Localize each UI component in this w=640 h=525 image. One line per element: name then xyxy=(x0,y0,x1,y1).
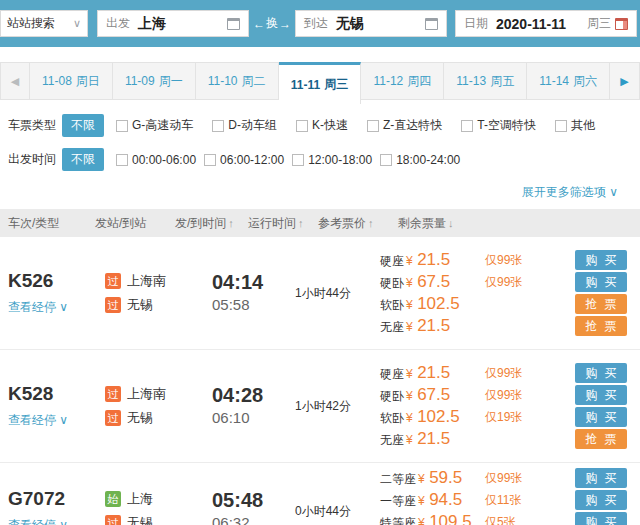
seat-row: 一等座¥ 94.5 仅11张 购买 xyxy=(380,489,640,511)
times-cell: 04:14 05:58 xyxy=(200,270,295,316)
buy-button[interactable]: 购买 xyxy=(575,468,627,488)
grab-ticket-button[interactable]: 抢票 xyxy=(575,429,627,449)
tab-day: 周三 xyxy=(324,76,348,93)
tab-date-11-10[interactable]: 11-10 周二 xyxy=(196,62,279,100)
depart-time-all-button[interactable]: 不限 xyxy=(62,148,104,171)
seat-row: 硬座¥ 21.5 仅99张 购买 xyxy=(380,362,640,384)
checkbox-icon[interactable] xyxy=(116,154,128,166)
grab-ticket-button[interactable]: 抢票 xyxy=(575,294,627,314)
depart-station-input[interactable]: 出发 上海 xyxy=(97,10,249,37)
search-mode-select[interactable]: 站站搜索 ∨ xyxy=(0,10,88,37)
yen-symbol: ¥ xyxy=(406,298,413,312)
filter-option-t-train[interactable]: T-空调特快 xyxy=(461,117,536,134)
swap-stations-button[interactable]: ← 换 → xyxy=(249,15,295,32)
filter-option-label: T-空调特快 xyxy=(477,117,536,134)
start-badge: 始 xyxy=(105,491,121,507)
checkbox-icon[interactable] xyxy=(380,154,392,166)
buy-button[interactable]: 购买 xyxy=(575,407,627,427)
checkbox-icon[interactable] xyxy=(296,120,308,132)
filter-option-label: Z-直达特快 xyxy=(383,117,442,134)
weekday-label: 周三 xyxy=(587,15,611,32)
pass-badge: 过 xyxy=(105,386,121,402)
tab-date-11-11-selected[interactable]: 11-11 周三 xyxy=(279,62,362,104)
buy-button[interactable]: 购买 xyxy=(575,385,627,405)
depart-time: 04:14 xyxy=(212,270,295,294)
pass-badge: 过 xyxy=(105,515,121,525)
yen-symbol: ¥ xyxy=(406,367,413,381)
view-stops-link[interactable]: 查看经停 ∨ xyxy=(0,299,105,316)
filter-option-time-00-06[interactable]: 00:00-06:00 xyxy=(116,153,196,167)
prev-dates-arrow[interactable]: ◀ xyxy=(0,62,30,100)
sort-down-icon: ↓ xyxy=(448,217,454,229)
buy-button[interactable]: 购买 xyxy=(575,490,627,510)
view-stops-link[interactable]: 查看经停 ∨ xyxy=(0,517,105,525)
ticket-type-all-button[interactable]: 不限 xyxy=(62,114,104,137)
filter-option-other[interactable]: 其他 xyxy=(555,117,595,134)
grab-ticket-button[interactable]: 抢票 xyxy=(575,316,627,336)
chevron-down-icon: ∨ xyxy=(73,17,81,30)
right-triangle-icon: ▶ xyxy=(620,75,628,88)
filter-option-d-train[interactable]: D-动车组 xyxy=(212,117,277,134)
tab-date-11-08[interactable]: 11-08 周日 xyxy=(30,62,113,100)
depart-time-filter-row: 出发时间 不限 00:00-06:00 06:00-12:00 12:00-18… xyxy=(8,148,632,171)
tab-day: 周二 xyxy=(242,73,266,90)
seat-row: 硬卧¥ 67.5 仅99张 购买 xyxy=(380,384,640,406)
col-duration-sort[interactable]: 运行时间↑ xyxy=(248,215,318,232)
tab-date-11-14[interactable]: 11-14 周六 xyxy=(527,62,610,100)
checkbox-icon[interactable] xyxy=(461,120,473,132)
checkbox-icon[interactable] xyxy=(116,120,128,132)
filter-option-label: D-动车组 xyxy=(228,117,277,134)
chevron-down-icon: ∨ xyxy=(59,300,68,314)
filter-option-time-18-24[interactable]: 18:00-24:00 xyxy=(380,153,460,167)
tab-date: 11-11 xyxy=(291,78,320,92)
col-remaining-sort[interactable]: 剩余票量↓ xyxy=(398,215,640,232)
seat-row: 软卧¥ 102.5 抢票 xyxy=(380,293,640,315)
calendar-picker-icon[interactable] xyxy=(615,18,628,30)
view-stops-link[interactable]: 查看经停 ∨ xyxy=(0,412,105,429)
expand-more-filters-link[interactable]: 展开更多筛选项 ∨ xyxy=(522,185,618,199)
checkbox-icon[interactable] xyxy=(555,120,567,132)
buy-button[interactable]: 购买 xyxy=(575,272,627,292)
col-price-sort[interactable]: 参考票价↑ xyxy=(318,215,398,232)
arrive-time: 06:32 xyxy=(212,512,295,525)
duration-cell: 1小时44分 xyxy=(295,285,380,302)
seat-row: 二等座¥ 59.5 仅99张 购买 xyxy=(380,467,640,489)
stations-cell: 始 上海 过 无锡 xyxy=(105,487,200,525)
filter-option-time-12-18[interactable]: 12:00-18:00 xyxy=(292,153,372,167)
swap-left-arrow-icon: ← xyxy=(253,17,265,31)
filter-option-z-train[interactable]: Z-直达特快 xyxy=(367,117,442,134)
yen-symbol: ¥ xyxy=(406,433,413,447)
swap-right-arrow-icon: → xyxy=(279,17,291,31)
buy-button[interactable]: 购买 xyxy=(575,512,627,525)
buy-button[interactable]: 购买 xyxy=(575,250,627,270)
date-input[interactable]: 日期 2020-11-11 周三 xyxy=(455,10,637,37)
tab-date-11-13[interactable]: 11-13 周五 xyxy=(444,62,527,100)
pass-badge: 过 xyxy=(105,410,121,426)
stations-cell: 过 上海南 过 无锡 xyxy=(105,269,200,317)
col-stations: 发站/到站 xyxy=(95,215,175,232)
filter-option-time-06-12[interactable]: 06:00-12:00 xyxy=(204,153,284,167)
filter-option-g-train[interactable]: G-高速动车 xyxy=(116,117,193,134)
checkbox-icon[interactable] xyxy=(367,120,379,132)
to-station: 过 无锡 xyxy=(105,511,200,525)
tab-date-11-09[interactable]: 11-09 周一 xyxy=(113,62,196,100)
arrive-station-input[interactable]: 到达 无锡 xyxy=(295,10,447,37)
col-times-sort[interactable]: 发/到时间↑ xyxy=(175,215,248,232)
filter-option-k-train[interactable]: K-快速 xyxy=(296,117,348,134)
train-number: K528 xyxy=(0,383,105,405)
checkbox-icon[interactable] xyxy=(292,154,304,166)
arrive-label: 到达 xyxy=(304,15,328,32)
tab-date-11-12[interactable]: 11-12 周四 xyxy=(361,62,444,100)
train-cell: G7072 查看经停 ∨ xyxy=(0,488,105,525)
date-tab-strip: ◀ 11-08 周日 11-09 周一 11-10 周二 11-11 周三 11… xyxy=(0,62,640,100)
next-dates-arrow[interactable]: ▶ xyxy=(610,62,640,100)
left-triangle-icon: ◀ xyxy=(11,75,19,88)
tab-day: 周日 xyxy=(76,73,100,90)
from-station: 过 上海南 xyxy=(105,382,200,406)
chevron-down-icon: ∨ xyxy=(609,185,618,199)
buy-button[interactable]: 购买 xyxy=(575,363,627,383)
ticket-type-label: 车票类型 xyxy=(8,117,62,134)
to-station: 过 无锡 xyxy=(105,406,200,430)
checkbox-icon[interactable] xyxy=(212,120,224,132)
checkbox-icon[interactable] xyxy=(204,154,216,166)
